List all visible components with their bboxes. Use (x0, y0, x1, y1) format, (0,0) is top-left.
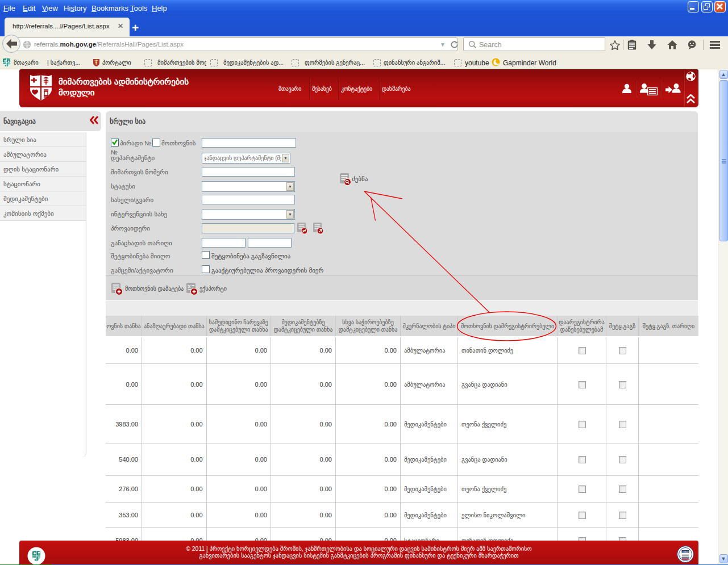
svg-text:USAID: USAID (683, 551, 689, 553)
